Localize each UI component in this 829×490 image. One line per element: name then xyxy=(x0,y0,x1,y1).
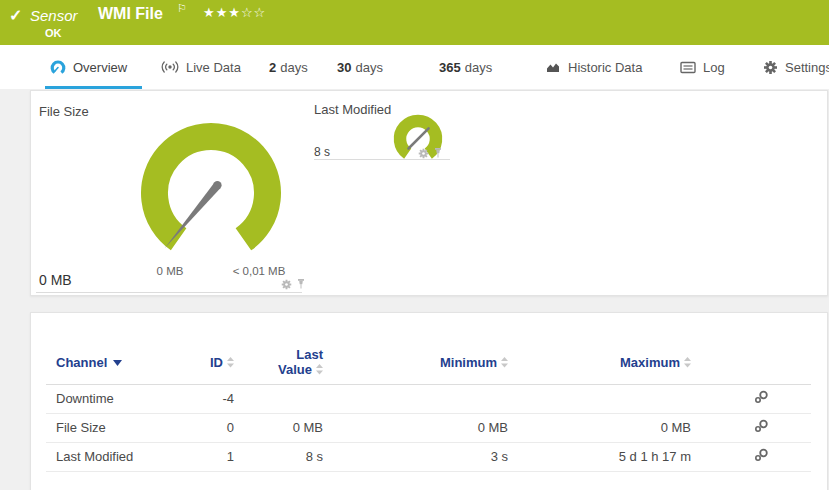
channel-minimum: 3 s xyxy=(323,442,508,471)
channel-maximum: 0 MB xyxy=(508,413,691,442)
table-row-last-modified: Last Modified 1 8 s 3 s 5 d 1 h 17 m xyxy=(46,442,811,471)
tab-label: Live Data xyxy=(186,60,241,75)
tab-historic-data[interactable]: Historic Data xyxy=(545,45,642,89)
channel-name: File Size xyxy=(46,413,186,442)
column-label: Minimum xyxy=(440,355,497,370)
file-size-panel-divider xyxy=(36,292,302,293)
file-size-gauge-max-label: < 0,01 MB xyxy=(223,265,295,277)
channel-minimum: 0 MB xyxy=(323,413,508,442)
tab-live-data[interactable]: Live Data xyxy=(161,45,241,89)
column-header-last-value[interactable]: Last Value xyxy=(234,341,323,384)
sensor-status-bar: ✓ Sensor WMI File ⚐ ★★★☆☆ OK xyxy=(0,0,829,45)
tab-365-days[interactable]: 365 days xyxy=(439,45,492,89)
gauge-icon xyxy=(50,59,66,75)
channel-last-value: 8 s xyxy=(234,442,323,471)
tab-number: 2 xyxy=(269,60,276,75)
sensor-title: WMI File xyxy=(98,5,163,23)
channel-last-value xyxy=(234,384,323,413)
tab-30-days[interactable]: 30 days xyxy=(337,45,383,89)
tab-label: Settings xyxy=(785,60,829,75)
tab-label: days xyxy=(355,60,382,75)
live-signal-icon xyxy=(161,60,179,74)
channel-last-value: 0 MB xyxy=(234,413,323,442)
channel-name: Last Modified xyxy=(46,442,186,471)
column-label: Channel xyxy=(56,355,107,370)
column-label: Maximum xyxy=(620,355,680,370)
table-row-downtime: Downtime -4 xyxy=(46,384,811,413)
file-size-gauge[interactable] xyxy=(131,113,291,273)
channel-minimum xyxy=(323,384,508,413)
table-row-file-size: File Size 0 0 MB 0 MB 0 MB xyxy=(46,413,811,442)
last-modified-gauge-title: Last Modified xyxy=(314,102,391,117)
column-header-actions xyxy=(691,341,811,384)
file-size-gauge-title: File Size xyxy=(39,104,89,119)
tab-bar: Overview Live Data 2 days 30 days 365 da… xyxy=(0,45,829,89)
column-label: Last xyxy=(296,347,323,362)
tab-label: Log xyxy=(703,60,725,75)
object-kind-label: Sensor xyxy=(30,7,78,24)
channels-panel: Channel ID Last Value Minimum Maximum xyxy=(30,312,828,490)
gauge-needle xyxy=(409,128,429,148)
column-header-maximum[interactable]: Maximum xyxy=(508,341,691,384)
tab-label: Overview xyxy=(73,60,127,75)
flag-icon: ⚐ xyxy=(177,2,187,15)
channels-table: Channel ID Last Value Minimum Maximum xyxy=(46,341,811,472)
sort-icon xyxy=(501,357,508,368)
sort-icon xyxy=(684,357,691,368)
file-size-gauge-min-label: 0 MB xyxy=(135,265,205,277)
column-header-id[interactable]: ID xyxy=(186,341,234,384)
tab-label: Historic Data xyxy=(568,60,642,75)
file-size-current-value: 0 MB xyxy=(39,272,72,288)
channel-settings-icon[interactable] xyxy=(753,419,769,436)
log-list-icon xyxy=(680,61,696,74)
sort-icon xyxy=(316,364,323,375)
tab-overview[interactable]: Overview xyxy=(50,45,127,89)
gauge-pin-icon[interactable] xyxy=(296,278,306,290)
ok-check-icon: ✓ xyxy=(9,6,22,25)
channel-maximum xyxy=(508,384,691,413)
sort-icon xyxy=(227,357,234,368)
tab-2-days[interactable]: 2 days xyxy=(269,45,308,89)
table-header-row: Channel ID Last Value Minimum Maximum xyxy=(46,341,811,384)
column-header-channel[interactable]: Channel xyxy=(46,341,186,384)
gauge-settings-gear-icon[interactable] xyxy=(418,148,429,159)
sensor-status-text: OK xyxy=(45,27,62,39)
channel-settings-icon[interactable] xyxy=(753,390,769,407)
gauge-settings-gear-icon[interactable] xyxy=(281,279,292,290)
channel-id: 1 xyxy=(186,442,234,471)
channel-id: -4 xyxy=(186,384,234,413)
area-chart-icon xyxy=(545,60,561,74)
channel-name: Downtime xyxy=(46,384,186,413)
tab-number: 365 xyxy=(439,60,461,75)
channel-settings-icon[interactable] xyxy=(753,448,769,465)
column-label: Value xyxy=(278,362,312,377)
stars-filled: ★★★ xyxy=(203,5,241,20)
tab-settings[interactable]: Settings xyxy=(763,45,829,89)
gear-icon xyxy=(763,60,778,75)
stars-empty: ☆☆ xyxy=(241,5,266,20)
chevron-down-icon xyxy=(113,360,122,366)
gauge-pin-icon[interactable] xyxy=(433,147,443,159)
last-modified-current-value: 8 s xyxy=(314,145,330,159)
active-tab-indicator xyxy=(45,86,142,89)
tab-log[interactable]: Log xyxy=(680,45,725,89)
priority-stars[interactable]: ★★★☆☆ xyxy=(203,5,266,20)
channel-maximum: 5 d 1 h 17 m xyxy=(508,442,691,471)
tab-label: days xyxy=(465,60,492,75)
tab-number: 30 xyxy=(337,60,351,75)
channel-id: 0 xyxy=(186,413,234,442)
gauges-panel: File Size 0 MB < 0,01 MB 0 MB Last Modif… xyxy=(30,90,828,296)
last-modified-panel-divider xyxy=(314,159,450,160)
tab-label: days xyxy=(280,60,307,75)
column-label: ID xyxy=(210,355,223,370)
column-header-minimum[interactable]: Minimum xyxy=(323,341,508,384)
